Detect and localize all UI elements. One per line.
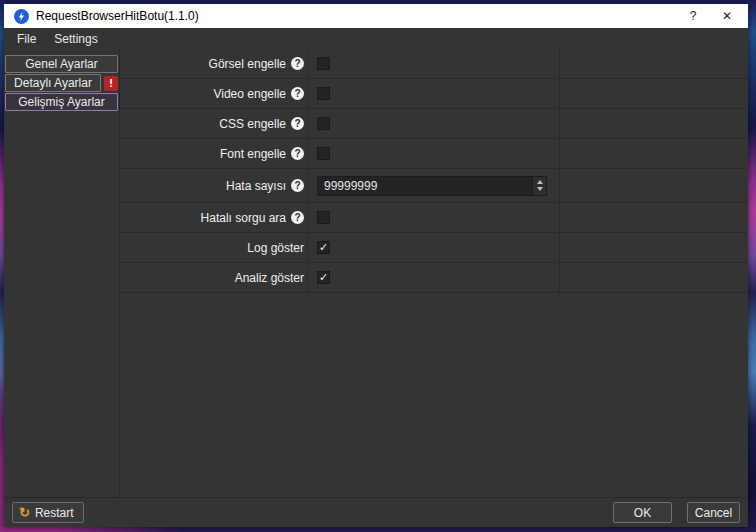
form-row-widget-cell	[308, 139, 560, 168]
form-row-empty-cell	[560, 203, 748, 232]
form-row-label: Hata sayısı	[226, 179, 286, 193]
form-row-label: Font engelle	[220, 147, 286, 161]
ok-button[interactable]: OK	[613, 502, 672, 523]
window-close-button[interactable]: ✕	[710, 4, 744, 28]
form-row-widget-cell	[308, 109, 560, 138]
form-row: CSS engelle?	[120, 109, 748, 139]
form-row-label: Analiz göster	[235, 271, 304, 285]
checkbox[interactable]	[317, 57, 330, 70]
form-row-label-cell: Hata sayısı?	[120, 169, 308, 202]
help-icon[interactable]: ?	[291, 57, 304, 70]
form-row-widget-cell: ✓	[308, 233, 560, 262]
sidebar-tab[interactable]: Detaylı Ayarlar	[5, 74, 101, 92]
form-row-empty-cell	[560, 233, 748, 262]
spinbox-value: 99999999	[318, 179, 532, 193]
form-row-label-cell: Analiz göster	[120, 263, 308, 292]
number-spinbox[interactable]: 99999999	[317, 176, 547, 196]
help-icon[interactable]: ?	[291, 211, 304, 224]
form-row-label-cell: Log göster	[120, 233, 308, 262]
form-row: Log göster✓	[120, 233, 748, 263]
spinbox-up-icon[interactable]	[537, 180, 543, 184]
form-row-label-cell: CSS engelle?	[120, 109, 308, 138]
title-bar: RequestBrowserHitBotu(1.1.0) ? ✕	[4, 4, 748, 28]
sidebar-tab[interactable]: Genel Ayarlar	[5, 55, 118, 73]
window-help-button[interactable]: ?	[676, 4, 710, 28]
form-row-empty-cell	[560, 263, 748, 292]
form-row: Hatalı sorgu ara?	[120, 203, 748, 233]
sidebar-tab-row: Genel Ayarlar	[5, 55, 118, 73]
form-row-widget-cell	[308, 203, 560, 232]
form-row-widget-cell	[308, 49, 560, 78]
form-row: Font engelle?	[120, 139, 748, 169]
spinbox-arrows[interactable]	[532, 177, 546, 195]
form-row-empty-cell	[560, 169, 748, 202]
menu-bar: FileSettings	[4, 28, 748, 49]
form-row-empty-cell	[560, 49, 748, 78]
form-panel: Görsel engelle?Video engelle?CSS engelle…	[120, 49, 748, 497]
form-row: Analiz göster✓	[120, 263, 748, 293]
app-window: RequestBrowserHitBotu(1.1.0) ? ✕ FileSet…	[4, 4, 748, 527]
form-row-widget-cell	[308, 79, 560, 108]
refresh-icon: ↻	[19, 506, 30, 519]
checkbox[interactable]: ✓	[317, 271, 330, 284]
form-row-label-cell: Görsel engelle?	[120, 49, 308, 78]
help-icon[interactable]: ?	[291, 87, 304, 100]
help-icon[interactable]: ?	[291, 147, 304, 160]
window-title: RequestBrowserHitBotu(1.1.0)	[36, 9, 676, 23]
form-row-empty-cell	[560, 139, 748, 168]
form-row-widget-cell: 99999999	[308, 169, 560, 202]
sidebar-tab-row: Detaylı Ayarlar!	[5, 74, 118, 92]
menu-item-file[interactable]: File	[8, 30, 45, 48]
form-row-label: Log göster	[247, 241, 304, 255]
form-row: Video engelle?	[120, 79, 748, 109]
checkbox[interactable]	[317, 147, 330, 160]
checkbox[interactable]	[317, 211, 330, 224]
cancel-button[interactable]: Cancel	[687, 502, 740, 523]
spinbox-down-icon[interactable]	[537, 187, 543, 191]
content-area: Genel AyarlarDetaylı Ayarlar!Gelişmiş Ay…	[4, 49, 748, 497]
menu-item-settings[interactable]: Settings	[45, 30, 106, 48]
form-row-label: Görsel engelle	[209, 57, 286, 71]
app-icon	[14, 9, 29, 24]
form-row-label: Video engelle	[213, 87, 286, 101]
sidebar: Genel AyarlarDetaylı Ayarlar!Gelişmiş Ay…	[4, 49, 120, 497]
form-row-widget-cell: ✓	[308, 263, 560, 292]
help-icon[interactable]: ?	[291, 117, 304, 130]
sidebar-tab[interactable]: Gelişmiş Ayarlar	[5, 93, 118, 111]
checkbox[interactable]	[317, 117, 330, 130]
restart-button[interactable]: ↻ Restart	[12, 502, 84, 523]
form-row-label-cell: Font engelle?	[120, 139, 308, 168]
footer-bar: ↻ Restart OK Cancel	[4, 497, 748, 527]
form-row-empty-cell	[560, 109, 748, 138]
checkbox[interactable]: ✓	[317, 241, 330, 254]
form-row-empty-cell	[560, 79, 748, 108]
form-row-label: Hatalı sorgu ara	[201, 211, 286, 225]
restart-button-label: Restart	[35, 506, 74, 520]
form-row-label: CSS engelle	[219, 117, 286, 131]
form-row: Hata sayısı?99999999	[120, 169, 748, 203]
warning-badge-icon: !	[104, 76, 118, 91]
form-row-label-cell: Video engelle?	[120, 79, 308, 108]
sidebar-tab-row: Gelişmiş Ayarlar	[5, 93, 118, 111]
form-row: Görsel engelle?	[120, 49, 748, 79]
help-icon[interactable]: ?	[291, 179, 304, 192]
form-row-label-cell: Hatalı sorgu ara?	[120, 203, 308, 232]
checkbox[interactable]	[317, 87, 330, 100]
